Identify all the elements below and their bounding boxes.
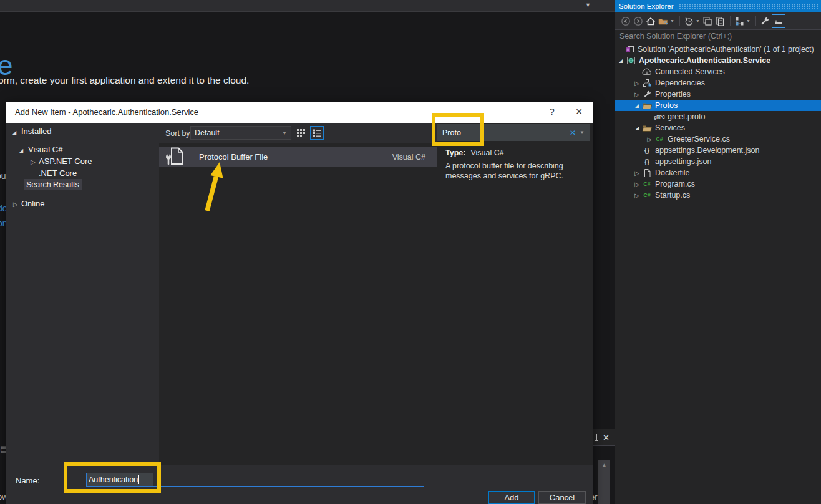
nav-net-core[interactable]: .NET Core — [39, 168, 77, 178]
tree-item-label: Properties — [655, 90, 691, 99]
expander-collapsed-icon[interactable]: ▷ — [31, 158, 36, 165]
background-toolwindow-header: ✕ — [590, 429, 615, 446]
start-page-tagline: orm, create your first application and e… — [0, 75, 249, 86]
tree-item-label: Apothecaric.Authentication.Service — [639, 56, 770, 65]
scroll-up-icon[interactable]: ▲ — [598, 462, 610, 468]
tree-item-appsettings-development[interactable]: {} appsettings.Development.json — [615, 145, 821, 156]
tree-item-program[interactable]: ▷ C# Program.cs — [615, 178, 821, 190]
nav-search-results[interactable]: Search Results — [24, 179, 82, 190]
background-divider — [0, 435, 6, 435]
template-language: Visual C# — [392, 153, 425, 162]
tree-item-dependencies[interactable]: ▷ Dependencies — [615, 77, 821, 89]
nav-aspnet-core[interactable]: ASP.NET Core — [39, 157, 92, 166]
name-label: Name: — [16, 476, 39, 485]
solution-explorer-titlebar[interactable]: Solution Explorer — [615, 0, 821, 12]
tree-item-startup[interactable]: ▷ C# Startup.cs — [615, 190, 821, 201]
chevron-down-icon[interactable]: ▼ — [746, 19, 751, 23]
grpc-icon: gRPC — [654, 112, 665, 122]
expander-collapsed-icon[interactable]: ▷ — [633, 80, 641, 87]
forward-icon[interactable] — [633, 16, 644, 27]
type-value: Visual C# — [470, 148, 503, 157]
home-icon[interactable] — [645, 16, 656, 27]
chevron-down-icon[interactable]: ▼ — [580, 130, 590, 135]
expander-expanded-icon[interactable]: ◢ — [12, 130, 16, 135]
tree-item-dockerfile[interactable]: ▷ Dockerfile — [615, 167, 821, 178]
expander-expanded-icon[interactable]: ◢ — [633, 103, 641, 109]
tree-item-protos[interactable]: ◢ Protos — [615, 100, 821, 111]
sort-by-label: Sort by: — [165, 129, 192, 138]
pin-icon-base — [595, 440, 598, 441]
expander-collapsed-icon[interactable]: ▷ — [13, 201, 18, 208]
tree-item-label: Solution 'ApothecaricAuthentication' (1 … — [638, 45, 814, 54]
solution-icon — [624, 44, 635, 54]
tree-item-solution[interactable]: Solution 'ApothecaricAuthentication' (1 … — [615, 44, 821, 55]
search-placeholder: Search Solution Explorer (Ctrl+;) — [615, 32, 732, 41]
add-button[interactable]: Add — [488, 491, 535, 504]
expander-collapsed-icon[interactable]: ▷ — [633, 181, 641, 188]
preview-selected-items-toggle[interactable] — [772, 14, 785, 28]
tree-item-appsettings[interactable]: {} appsettings.json — [615, 156, 821, 167]
solution-explorer-tree: Solution 'ApothecaricAuthentication' (1 … — [615, 44, 821, 201]
tree-item-label: Protos — [655, 101, 678, 110]
properties-wrench-icon[interactable] — [759, 16, 770, 27]
cancel-button[interactable]: Cancel — [538, 491, 586, 504]
expander-collapsed-icon[interactable]: ▷ — [645, 136, 654, 143]
help-icon[interactable]: ? — [547, 107, 558, 117]
tree-item-greet-proto[interactable]: gRPC greet.proto — [615, 111, 821, 122]
pending-changes-filter-icon[interactable] — [683, 16, 694, 27]
csharp-icon: C# — [641, 190, 653, 200]
tree-item-connected-services[interactable]: Connected Services — [615, 66, 821, 77]
expander-expanded-icon[interactable]: ◢ — [633, 125, 641, 131]
nav-visual-csharp[interactable]: Visual C# — [28, 145, 62, 154]
solution-explorer-toolbar: ▼ ▼ ▼ — [615, 12, 821, 29]
tree-item-services[interactable]: ◢ Services — [615, 122, 821, 133]
clear-search-icon[interactable]: ✕ — [566, 128, 580, 137]
tree-item-project[interactable]: ◢ Apothecaric.Authentication.Service — [615, 55, 821, 66]
tree-item-label: Dependencies — [655, 79, 705, 87]
tree-item-label: Startup.cs — [655, 191, 690, 200]
nav-online[interactable]: Online — [21, 199, 45, 208]
dialog-titlebar[interactable]: Add New Item - Apothecaric.Authenticatio… — [6, 102, 593, 123]
expander-expanded-icon[interactable]: ◢ — [19, 148, 23, 153]
background-scrollbar[interactable]: ▲ — [598, 460, 610, 504]
annotation-rect-search — [432, 113, 484, 146]
cloud-icon — [641, 67, 653, 77]
tree-item-label: appsettings.Development.json — [655, 146, 759, 155]
expander-collapsed-icon[interactable]: ▷ — [633, 170, 641, 177]
tree-item-label: Program.cs — [655, 180, 695, 188]
list-view-button[interactable] — [310, 126, 324, 140]
solution-explorer-search[interactable]: Search Solution Explorer (Ctrl+;) — [615, 29, 821, 42]
add-new-item-dialog: Add New Item - Apothecaric.Authenticatio… — [6, 102, 593, 504]
wrench-icon — [641, 89, 653, 99]
chevron-down-icon[interactable]: ▼ — [696, 19, 700, 23]
folder-open-icon — [641, 123, 653, 133]
dialog-title: Add New Item - Apothecaric.Authenticatio… — [15, 107, 198, 117]
expander-expanded-icon[interactable]: ◢ — [616, 58, 625, 64]
small-icons-view-button[interactable] — [294, 126, 308, 140]
type-label: Type: — [445, 148, 465, 157]
show-all-files-icon[interactable] — [714, 16, 726, 27]
sort-by-dropdown[interactable]: Default ▼ — [190, 126, 291, 140]
expander-collapsed-icon[interactable]: ▷ — [633, 91, 641, 98]
toolbar-separator — [730, 16, 731, 26]
tree-item-label: Services — [655, 124, 685, 132]
screen: ▼ e orm, create your first application a… — [0, 0, 821, 504]
project-icon — [625, 56, 636, 65]
annotation-arrow — [197, 157, 234, 216]
tree-item-properties[interactable]: ▷ Properties — [615, 89, 821, 100]
sync-with-active-document-icon[interactable] — [702, 16, 713, 27]
chevron-down-icon[interactable]: ▼ — [585, 2, 591, 8]
tree-item-label: greet.proto — [668, 112, 705, 121]
switch-views-icon[interactable] — [658, 16, 669, 27]
annotation-rect-name — [64, 462, 161, 493]
protocol-buffer-file-icon — [165, 147, 185, 168]
expander-collapsed-icon[interactable]: ▷ — [633, 192, 641, 199]
nav-installed[interactable]: Installed — [21, 127, 51, 136]
collapse-all-icon[interactable] — [734, 16, 745, 27]
close-icon[interactable]: ✕ — [603, 433, 610, 442]
close-icon[interactable]: ✕ — [573, 107, 585, 117]
chevron-down-icon[interactable]: ▼ — [670, 19, 674, 23]
tree-item-label: GreeterService.cs — [668, 135, 730, 143]
back-icon[interactable] — [620, 16, 631, 27]
tree-item-greeterservice[interactable]: ▷ C# GreeterService.cs — [615, 133, 821, 145]
